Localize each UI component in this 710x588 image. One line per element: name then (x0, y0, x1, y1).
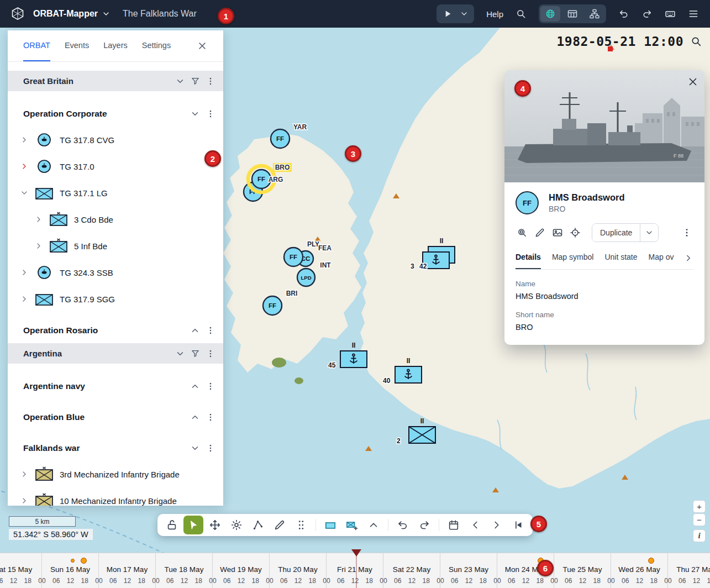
tab-events[interactable]: Events (65, 30, 89, 61)
unit-item-tg-324-3-ssb[interactable]: TG 324.3 SSB (8, 259, 223, 286)
timeline-day-fri-21-may[interactable]: Fri 21 May00061218 (326, 553, 383, 588)
expand-button[interactable] (20, 268, 29, 277)
unit-tab-unit-state[interactable]: Unit state (604, 251, 637, 269)
more-tools[interactable] (291, 516, 311, 534)
map-unit-land[interactable]: II342 (411, 237, 455, 270)
duplicate-options-button[interactable] (640, 224, 658, 242)
expand-button[interactable] (20, 135, 29, 144)
expand-button[interactable] (34, 242, 43, 250)
timeline-day-sun-23-may[interactable]: Sun 23 May00061218 (440, 553, 497, 588)
expand-button[interactable] (20, 496, 29, 505)
filter-button[interactable] (191, 76, 200, 86)
time-calendar[interactable] (444, 516, 464, 534)
play-options-button[interactable] (456, 9, 472, 18)
close-sidebar-button[interactable] (197, 40, 208, 51)
undo-button[interactable] (618, 8, 629, 19)
unit-more-button[interactable] (680, 226, 693, 239)
map-unit-land[interactable]: II40 (383, 357, 422, 385)
map-view-button[interactable] (540, 6, 560, 22)
unit-media-button[interactable] (551, 226, 564, 239)
expand-button[interactable] (34, 215, 43, 224)
unit-item-tg-317-0[interactable]: TG 317.0 (8, 153, 223, 180)
help-button[interactable]: Help (486, 9, 503, 19)
timeline-event-dot[interactable] (648, 558, 654, 564)
map-unit-land[interactable]: II2 (397, 417, 435, 445)
map-redo[interactable] (414, 516, 434, 534)
group-menu-button[interactable] (206, 349, 215, 359)
map-undo[interactable] (393, 516, 413, 534)
duplicate-button[interactable]: Duplicate (592, 224, 640, 242)
expand-button[interactable] (20, 470, 29, 479)
close-panel-button[interactable] (686, 75, 700, 89)
lock-tool[interactable] (162, 516, 182, 534)
add-unit-tool[interactable] (342, 516, 362, 534)
grid-view-button[interactable] (562, 6, 582, 22)
keyboard-shortcuts-button[interactable] (665, 8, 676, 19)
tabs-scroll-button[interactable] (681, 252, 693, 264)
timeline-day-wed-26-may[interactable]: Wed 26 May00061218 (611, 553, 667, 588)
collapse-button[interactable] (190, 443, 200, 453)
map-unit-land[interactable]: II45 (328, 342, 367, 369)
collapse-button[interactable] (175, 76, 185, 86)
app-logo-icon[interactable] (10, 7, 25, 21)
group-header-argentina[interactable]: Argentina (8, 343, 223, 364)
unit-tab-details[interactable]: Details (516, 251, 541, 269)
map-unit-ff[interactable]: FF (271, 129, 290, 148)
main-menu-button[interactable] (688, 8, 699, 19)
app-menu-button[interactable]: ORBAT-Mapper (33, 9, 111, 19)
time-skip-start[interactable] (508, 516, 528, 534)
locate-unit-button[interactable] (569, 226, 582, 239)
unit-item-5-inf-bde[interactable]: 5 Inf Bde (8, 233, 223, 259)
select-tool[interactable] (183, 516, 203, 534)
current-time-marker[interactable] (351, 549, 361, 556)
unit-symbol-tool[interactable] (320, 516, 340, 534)
timeline-day-mon-17-may[interactable]: Mon 17 May00061218 (98, 553, 155, 588)
attribution-button[interactable]: i (693, 529, 706, 542)
timeline-day-sun-16-may[interactable]: Sun 16 May00061218 (41, 553, 98, 588)
timeline-day-thu-27-may[interactable]: Thu 27 May00061218 (667, 553, 710, 588)
layer-menu-button[interactable] (206, 443, 215, 453)
unit-item-tg-317-9-sgg[interactable]: TG 317.9 SGG (8, 286, 223, 312)
unit-item-3-cdo-bde[interactable]: 3 Cdo Bde (8, 206, 223, 233)
map-unit-ff[interactable]: FF (263, 296, 282, 315)
pan-tool[interactable] (205, 516, 225, 534)
collapse-button[interactable] (190, 381, 200, 391)
zoom-out-button[interactable]: − (693, 513, 706, 526)
timeline-day-wed-19-may[interactable]: Wed 19 May00061218 (212, 553, 269, 588)
timeline-day-sat-22-may[interactable]: Sat 22 May00061218 (383, 553, 440, 588)
unit-tab-map-ov[interactable]: Map ov (649, 251, 674, 269)
zoom-in-button[interactable]: + (693, 500, 706, 513)
expand-button[interactable] (20, 188, 29, 197)
layer-header-argentine-navy[interactable]: Argentine navy (8, 374, 223, 399)
expand-toolbar[interactable] (364, 516, 383, 534)
zoom-to-unit-button[interactable] (516, 226, 529, 239)
timeline-event-dot[interactable] (71, 559, 75, 563)
timeline-day-thu-20-may[interactable]: Thu 20 May00061218 (269, 553, 326, 588)
collapse-button[interactable] (190, 326, 200, 335)
unit-tab-map-symbol[interactable]: Map symbol (552, 251, 593, 269)
expand-button[interactable] (20, 162, 29, 171)
time-step-forward[interactable] (487, 516, 507, 534)
group-header-great-britain[interactable]: Great Britain (8, 71, 223, 91)
orbat-chart-button[interactable] (585, 6, 604, 22)
map-search-button[interactable] (690, 35, 702, 48)
group-menu-button[interactable] (206, 76, 215, 86)
timeline-day-tue-18-may[interactable]: Tue 18 May00061218 (155, 553, 212, 588)
collapse-button[interactable] (190, 109, 200, 119)
time-step-back[interactable] (465, 516, 485, 534)
layer-menu-button[interactable] (206, 326, 215, 335)
edit-unit-button[interactable] (533, 226, 546, 239)
tab-settings[interactable]: Settings (142, 30, 171, 61)
layer-header-falklands-war[interactable]: Falklands war (8, 435, 223, 461)
layer-menu-button[interactable] (206, 381, 215, 391)
tool-settings[interactable] (227, 516, 246, 534)
timeline-day-tue-25-may[interactable]: Tue 25 May00061218 (554, 553, 611, 588)
filter-button[interactable] (191, 349, 200, 358)
redo-button[interactable] (641, 8, 653, 19)
search-button[interactable] (516, 8, 527, 19)
map-unit-lpd[interactable]: LPD (297, 269, 315, 286)
unit-item-tg-317-8-cvg[interactable]: TG 317.8 CVG (8, 127, 223, 153)
collapse-button[interactable] (175, 349, 185, 359)
unit-item-10-mechanized-infantry-brigade[interactable]: 10 Mechanized Infantry Brigade (8, 487, 223, 506)
unit-item-tg-317-1-lg[interactable]: TG 317.1 LG (8, 180, 223, 206)
